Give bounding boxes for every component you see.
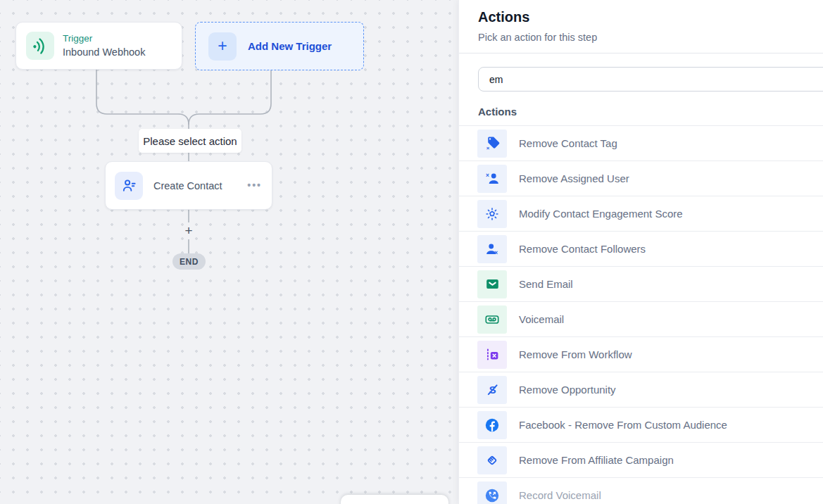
svg-text:×: × xyxy=(486,145,489,151)
webhook-icon xyxy=(26,32,54,60)
actions-section-header: Actions xyxy=(478,106,823,118)
plus-icon: + xyxy=(208,32,237,61)
action-item-label: Remove Contact Tag xyxy=(519,137,617,149)
workflow-remove-icon xyxy=(477,341,507,369)
action-item-label: Send Email xyxy=(519,278,573,290)
add-new-trigger-button[interactable]: + Add New Trigger xyxy=(195,22,364,70)
action-item-label: Remove Assigned User xyxy=(519,172,629,184)
create-contact-label: Create Contact xyxy=(153,180,222,191)
connector-lines xyxy=(0,0,458,504)
action-list-item[interactable]: ×Remove Contact Followers xyxy=(459,232,823,267)
node-options-menu[interactable]: ••• xyxy=(247,179,262,190)
action-list-item[interactable]: ×Remove Assigned User xyxy=(459,161,823,196)
action-item-label: Remove From Affiliate Campaign xyxy=(519,454,674,466)
tag-remove-icon: × xyxy=(477,130,507,158)
followers-remove-icon: × xyxy=(477,235,507,263)
end-badge: END xyxy=(172,253,206,270)
actions-panel-header: Actions Pick an action for this step xyxy=(459,0,823,53)
create-contact-node[interactable]: Create Contact ••• xyxy=(105,161,272,210)
action-list-item[interactable]: Send Email xyxy=(459,267,823,302)
record-voicemail-icon xyxy=(477,481,507,504)
add-new-trigger-label: Add New Trigger xyxy=(248,40,332,52)
action-list-item[interactable]: Facebook - Remove From Custom Audience xyxy=(459,408,823,443)
action-item-label: Voicemail xyxy=(519,313,564,325)
canvas-controls-partial[interactable] xyxy=(341,495,448,504)
add-step-button[interactable]: + xyxy=(180,222,197,239)
action-search-input[interactable] xyxy=(478,67,823,92)
action-item-label: Modify Contact Engagement Score xyxy=(519,208,683,220)
action-item-label: Remove From Workflow xyxy=(519,348,632,360)
action-list-item[interactable]: ×Remove Contact Tag xyxy=(459,126,823,161)
trigger-node[interactable]: Trigger Inbound Webhook xyxy=(15,22,182,70)
engagement-score-icon xyxy=(477,200,507,228)
action-list-item[interactable]: Remove From Workflow xyxy=(459,337,823,372)
action-list-item[interactable]: Voicemail xyxy=(459,302,823,337)
handshake-icon xyxy=(477,446,507,474)
user-remove-icon: × xyxy=(477,165,507,193)
trigger-node-subtitle: Inbound Webhook xyxy=(63,46,145,58)
actions-panel: Actions Pick an action for this step Act… xyxy=(458,0,823,504)
voicemail-icon xyxy=(477,305,507,334)
please-select-action-label: Please select action xyxy=(139,129,241,153)
action-item-label: Remove Opportunity xyxy=(519,384,616,396)
opportunity-remove-icon: S xyxy=(477,376,507,404)
trigger-node-title: Trigger xyxy=(63,33,145,45)
action-list-item[interactable]: Modify Contact Engagement Score xyxy=(459,196,823,232)
svg-text:×: × xyxy=(485,172,489,179)
facebook-icon xyxy=(477,411,507,439)
workflow-canvas[interactable]: Trigger Inbound Webhook + Add New Trigge… xyxy=(0,0,458,504)
action-list-item[interactable]: Remove From Affiliate Campaign xyxy=(459,443,823,478)
panel-subtitle: Pick an action for this step xyxy=(478,32,823,43)
action-item-label: Record Voicemail xyxy=(519,489,601,501)
svg-text:×: × xyxy=(494,249,498,256)
action-list-item[interactable]: SRemove Opportunity xyxy=(459,372,823,408)
action-list-item[interactable]: Record Voicemail xyxy=(459,478,823,504)
user-list-icon xyxy=(115,172,143,200)
panel-title: Actions xyxy=(478,9,823,25)
action-item-label: Remove Contact Followers xyxy=(519,243,646,255)
email-icon xyxy=(477,270,507,298)
actions-list: ×Remove Contact Tag×Remove Assigned User… xyxy=(459,125,823,504)
action-item-label: Facebook - Remove From Custom Audience xyxy=(519,419,727,431)
